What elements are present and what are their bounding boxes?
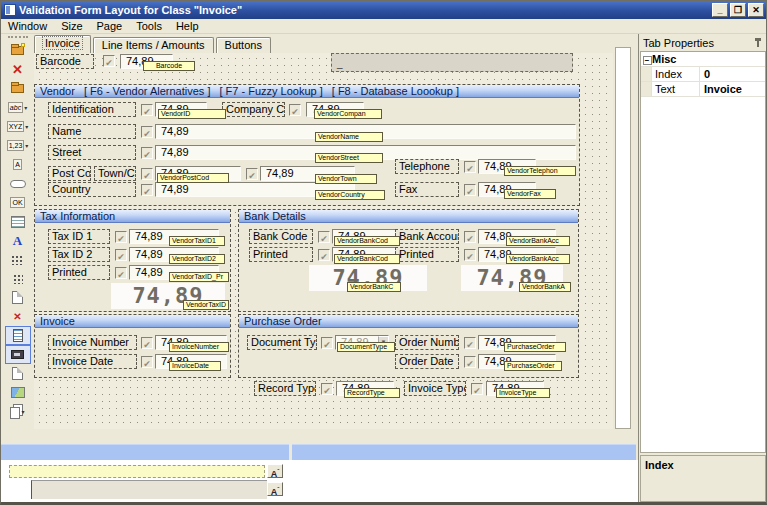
- tax-id-1-label[interactable]: Tax ID 1: [48, 229, 110, 244]
- tax-printed-checkbox[interactable]: ✔: [115, 267, 127, 279]
- label-button[interactable]: A: [5, 155, 31, 174]
- post-code-label[interactable]: Post Code: [48, 166, 91, 181]
- invoice-number-label[interactable]: Invoice Number: [48, 335, 137, 350]
- vendor-company-tag[interactable]: VendorCompan: [314, 109, 382, 119]
- vendor-name-tag[interactable]: VendorName: [315, 132, 383, 142]
- vendor-telephone-tag[interactable]: VendorTelephon: [504, 166, 576, 176]
- tab-line-items[interactable]: Line Items / Amounts: [93, 37, 214, 53]
- property-row-text[interactable]: Text Invoice: [641, 82, 765, 97]
- tax-id-2-checkbox[interactable]: ✔: [115, 249, 127, 261]
- snippet-preview-strip-2[interactable]: [31, 480, 267, 499]
- vendor-id-tag[interactable]: VendorID: [158, 109, 226, 119]
- open-form-button[interactable]: [5, 79, 31, 98]
- bank-code-printed-checkbox[interactable]: ✔: [318, 249, 330, 261]
- street-label[interactable]: Street: [48, 145, 136, 160]
- menu-window[interactable]: Window: [1, 19, 54, 34]
- company-code-checkbox[interactable]: ✔: [289, 104, 301, 116]
- country-label[interactable]: Country: [48, 182, 136, 197]
- copy-button[interactable]: ▾: [5, 402, 31, 421]
- bank-account-snippet-tag[interactable]: VendorBankA: [519, 282, 571, 292]
- bank-account-tag[interactable]: VendorBankAcc: [506, 236, 570, 246]
- tax-printed-tag[interactable]: VendorTaxID_Pr: [169, 272, 229, 282]
- bank-code-printed-tag[interactable]: VendorBankCod: [334, 254, 400, 264]
- image-button[interactable]: [5, 383, 31, 402]
- number-field-button[interactable]: 1,23▾: [5, 136, 31, 155]
- document-type-checkbox[interactable]: ✔: [321, 337, 333, 349]
- property-category-misc[interactable]: − Misc: [641, 52, 765, 67]
- purchase-group-header[interactable]: Purchase Order: [239, 315, 578, 328]
- town-label[interactable]: Town/Cit: [94, 166, 136, 181]
- telephone-label[interactable]: Telephone: [395, 159, 459, 174]
- invoice-group[interactable]: Invoice Invoice Number ✔ 74,89 InvoiceNu…: [34, 314, 231, 378]
- fax-label[interactable]: Fax: [395, 182, 459, 197]
- font-decrease-button[interactable]: Aˇ: [267, 482, 283, 496]
- minimize-button[interactable]: _: [712, 3, 728, 17]
- menu-help[interactable]: Help: [169, 19, 206, 34]
- fax-checkbox[interactable]: ✔: [464, 184, 476, 196]
- invoice-date-tag[interactable]: InvoiceDate: [169, 361, 221, 371]
- country-checkbox[interactable]: ✔: [141, 184, 153, 196]
- identification-checkbox[interactable]: ✔: [141, 104, 153, 116]
- snippet-preview-strip[interactable]: [9, 465, 265, 478]
- ok-button-tool[interactable]: OK: [5, 193, 31, 212]
- bank-code-label[interactable]: Bank Code: [249, 229, 313, 244]
- order-number-tag[interactable]: PurchaseOrder: [504, 342, 566, 352]
- xyz-field-button[interactable]: XYZ▾: [5, 117, 31, 136]
- collapse-icon[interactable]: −: [643, 56, 652, 65]
- tax-group-header[interactable]: Tax Information: [35, 210, 230, 223]
- bank-details-group[interactable]: Bank Details Bank Code ✔ 74,89 VendorBan…: [238, 209, 579, 312]
- form-view-button[interactable]: [5, 326, 31, 345]
- post-code-checkbox[interactable]: ✔: [141, 168, 153, 180]
- vendor-town-tag[interactable]: VendorTown: [315, 174, 377, 184]
- bank-account-checkbox[interactable]: ✔: [464, 231, 476, 243]
- toolbar-grip[interactable]: [8, 36, 28, 39]
- record-type-checkbox[interactable]: ✔: [321, 383, 333, 395]
- record-type-tag[interactable]: RecordType: [344, 388, 400, 398]
- canvas-scrollbar[interactable]: [615, 47, 631, 429]
- company-code-label[interactable]: Company Code: [222, 102, 285, 117]
- align-list-button[interactable]: [5, 269, 31, 288]
- remove-button[interactable]: ✕: [5, 307, 31, 326]
- invoice-date-label[interactable]: Invoice Date: [48, 354, 137, 369]
- bank-account-printed-label[interactable]: Printed: [395, 247, 459, 262]
- bank-account-printed-checkbox[interactable]: ✔: [464, 249, 476, 261]
- rounded-button-tool[interactable]: [5, 174, 31, 193]
- property-row-index[interactable]: Index 0: [641, 67, 765, 82]
- vendor-country-tag[interactable]: VendorCountry: [315, 190, 385, 200]
- barcode-tag[interactable]: Barcode: [143, 61, 195, 71]
- tab-buttons[interactable]: Buttons: [216, 37, 271, 53]
- abc-field-button[interactable]: abc▾: [5, 98, 31, 117]
- bank-account-printed-tag[interactable]: VendorBankAcc: [506, 254, 570, 264]
- bank-account-label[interactable]: Bank Account: [395, 229, 459, 244]
- new-form-button[interactable]: [5, 41, 31, 60]
- vendor-street-tag[interactable]: VendorStreet: [315, 153, 383, 163]
- bank-code-snippet-tag[interactable]: VendorBankC: [347, 282, 401, 292]
- tab-invoice[interactable]: Invoice: [34, 35, 91, 53]
- tax-id-1-checkbox[interactable]: ✔: [115, 231, 127, 243]
- name-label[interactable]: Name: [48, 124, 136, 139]
- record-type-label[interactable]: Record Type: [254, 381, 316, 396]
- invoice-type-tag[interactable]: InvoiceType: [496, 388, 550, 398]
- order-date-label[interactable]: Order Date: [395, 354, 459, 369]
- order-date-tag[interactable]: PurchaseOrder: [504, 361, 562, 371]
- tax-id-2-label[interactable]: Tax ID 2: [48, 247, 110, 262]
- identification-label[interactable]: Identification: [48, 102, 136, 117]
- barcode-checkbox[interactable]: ✔: [103, 55, 115, 67]
- property-value[interactable]: Invoice: [700, 82, 765, 96]
- barcode-label[interactable]: Barcode: [36, 54, 94, 69]
- font-increase-button[interactable]: Aˆ: [267, 464, 283, 478]
- invoice-date-checkbox[interactable]: ✔: [141, 356, 153, 368]
- order-number-checkbox[interactable]: ✔: [464, 337, 476, 349]
- vendor-postcode-tag[interactable]: VendorPostCod: [157, 173, 229, 183]
- maximize-button[interactable]: ❐: [730, 3, 746, 17]
- pin-icon[interactable]: [754, 38, 763, 47]
- document-type-tag[interactable]: DocumentType: [337, 342, 395, 352]
- menu-page[interactable]: Page: [90, 19, 130, 34]
- close-button[interactable]: ✕: [748, 3, 764, 17]
- order-date-checkbox[interactable]: ✔: [464, 356, 476, 368]
- menu-size[interactable]: Size: [54, 19, 89, 34]
- tax-id-snippet-tag[interactable]: VendorTaxID: [183, 300, 229, 310]
- align-grid-button[interactable]: [5, 250, 31, 269]
- tax-information-group[interactable]: Tax Information Tax ID 1 ✔ 74,89 VendorT…: [34, 209, 231, 312]
- property-value[interactable]: 0: [700, 67, 765, 81]
